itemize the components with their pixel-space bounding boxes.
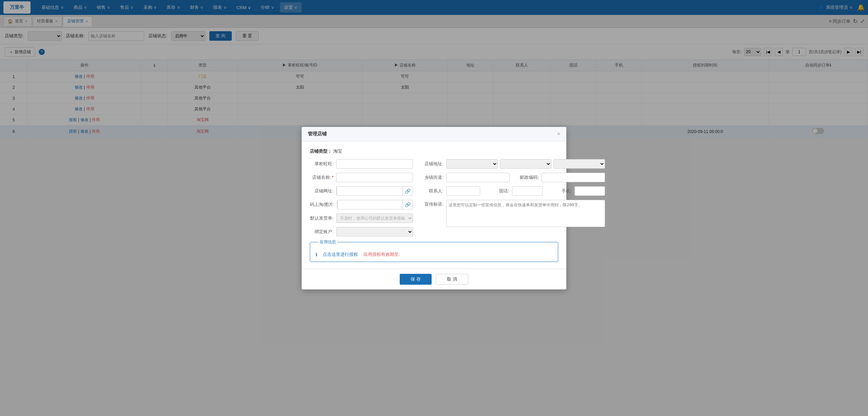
modal-header: 管理店铺 × xyxy=(302,127,566,138)
modal-title: 管理店铺 xyxy=(308,131,327,137)
modal-close-button[interactable]: × xyxy=(557,131,560,137)
modal-overlay: 管理店铺 × 店铺类型： 淘宝 掌柜旺旺: 店铺名称: xyxy=(0,0,868,138)
modal-manage-store: 管理店铺 × 店铺类型： 淘宝 掌柜旺旺: 店铺名称: xyxy=(302,127,566,138)
